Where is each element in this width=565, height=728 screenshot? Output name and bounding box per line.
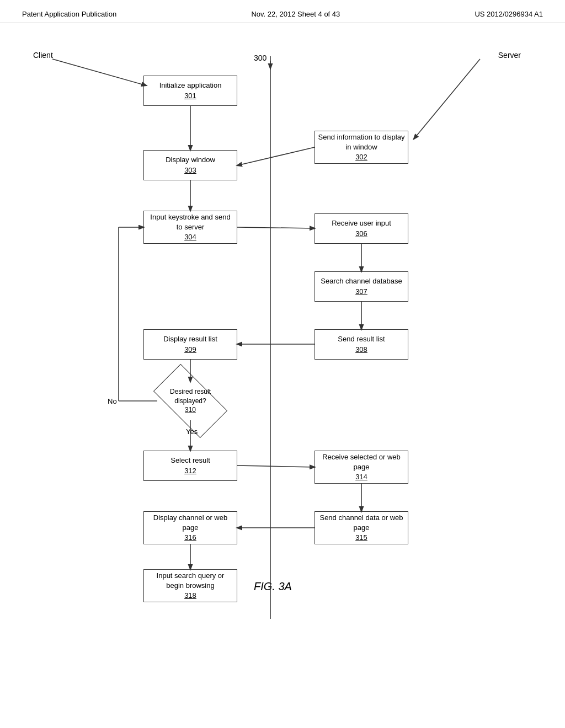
svg-line-1 xyxy=(52,59,146,85)
server-label: Server xyxy=(498,51,521,60)
header-right: US 2012/0296934 A1 xyxy=(475,10,543,18)
header-left: Patent Application Publication xyxy=(22,10,116,18)
no-label: No xyxy=(108,397,117,405)
svg-line-2 xyxy=(414,59,480,139)
box-312: Select result 312 xyxy=(143,451,237,481)
box-307: Search channel database 307 xyxy=(315,271,408,302)
box-306: Receive user input 306 xyxy=(315,213,408,244)
box-304: Input keystroke and send to server 304 xyxy=(143,211,237,244)
box-318: Input search query or begin browsing 318 xyxy=(143,569,237,602)
page-header: Patent Application Publication Nov. 22, … xyxy=(0,0,565,23)
box-315: Send channel data or web page 315 xyxy=(315,511,408,544)
diagram-area: Client Server 300 Initialize application… xyxy=(0,23,565,707)
box-308: Send result list 308 xyxy=(315,329,408,360)
svg-line-5 xyxy=(237,147,315,165)
divider-label: 300 xyxy=(254,53,266,62)
header-middle: Nov. 22, 2012 Sheet 4 of 43 xyxy=(251,10,340,18)
box-309: Display result list 309 xyxy=(143,329,237,360)
yes-label: Yes xyxy=(186,427,198,436)
svg-line-16 xyxy=(237,465,315,467)
svg-line-7 xyxy=(237,227,315,228)
diamond-310-text: Desired result displayed? 310 xyxy=(157,382,223,420)
box-302: Send information to display in window 30… xyxy=(315,131,408,164)
box-314: Receive selected or web page 314 xyxy=(315,451,408,484)
box-303: Display window 303 xyxy=(143,150,237,180)
fig-label: FIG. 3A xyxy=(254,580,292,593)
box-301: Initialize application 301 xyxy=(143,76,237,106)
diagram-svg xyxy=(0,23,565,707)
client-label: Client xyxy=(33,51,53,60)
box-316: Display channel or web page 316 xyxy=(143,511,237,544)
